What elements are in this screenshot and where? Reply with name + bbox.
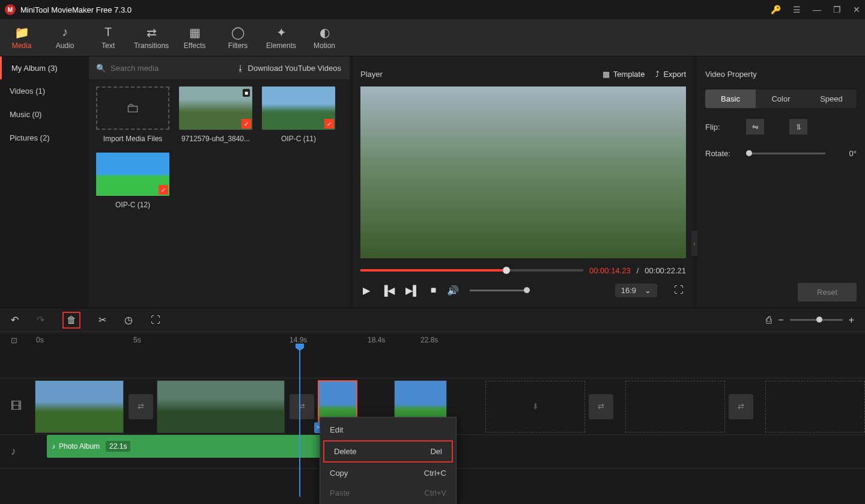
ctx-copy-shortcut: Ctrl+C xyxy=(424,469,446,478)
ctx-paste-shortcut: Ctrl+V xyxy=(425,488,446,497)
ctx-copy[interactable]: Copy Ctrl+C xyxy=(320,463,456,483)
template-button[interactable]: ▦ Template xyxy=(602,70,645,79)
template-label: Template xyxy=(613,70,645,79)
media-panel: My Album (3) 🔍 ⭳ Download YouTube Videos… xyxy=(0,56,350,308)
panel-collapse-handle[interactable]: › xyxy=(691,231,697,256)
chevron-down-icon: ⌄ xyxy=(645,286,651,295)
player-title: Player xyxy=(360,70,592,79)
media-item-label: 9712579-uhd_3840... xyxy=(181,135,250,143)
prop-tab-color[interactable]: Color xyxy=(756,90,806,108)
undo-icon[interactable]: ↶ xyxy=(11,314,19,326)
media-item[interactable]: ■ ✓ 9712579-uhd_3840... xyxy=(179,87,252,143)
aspect-ratio-select[interactable]: 16:9 ⌄ xyxy=(615,284,657,297)
empty-clip-slot[interactable] xyxy=(625,381,725,433)
tab-effects[interactable]: ▦ Effects xyxy=(173,21,216,55)
tab-filters[interactable]: ◯ Filters xyxy=(216,21,260,55)
flip-horizontal-button[interactable]: ⇋ xyxy=(746,119,764,135)
audio-clip-duration: 22.1s xyxy=(106,441,130,452)
empty-clip-slot[interactable]: ⬇ xyxy=(485,381,585,433)
minimize-icon[interactable]: — xyxy=(813,5,821,14)
zoom-out-icon[interactable]: − xyxy=(778,315,783,326)
transition-slot[interactable]: ⇄ xyxy=(290,394,314,419)
download-youtube-link[interactable]: ⭳ Download YouTube Videos xyxy=(237,64,350,73)
next-frame-icon[interactable]: ▶▌ xyxy=(405,285,419,296)
cat-videos[interactable]: Videos (1) xyxy=(0,79,89,103)
flip-h-icon: ⇋ xyxy=(752,123,759,132)
prop-tab-speed[interactable]: Speed xyxy=(806,90,857,108)
speed-icon[interactable]: ◷ xyxy=(124,314,133,326)
key-icon[interactable]: 🔑 xyxy=(771,5,781,14)
maximize-icon[interactable]: ❐ xyxy=(833,5,841,14)
zoom-in-icon[interactable]: + xyxy=(849,315,854,326)
media-item[interactable]: ✓ OIP-C (12) xyxy=(96,153,169,209)
tab-text[interactable]: T Text xyxy=(86,21,130,55)
hamburger-icon[interactable]: ☰ xyxy=(793,5,801,14)
export-button[interactable]: ⤴ Export xyxy=(655,70,686,79)
volume-icon[interactable]: 🔊 xyxy=(447,285,459,296)
empty-clip-slot[interactable] xyxy=(765,381,865,433)
tab-transitions[interactable]: ⇄ Transitions xyxy=(130,21,173,55)
ctx-edit[interactable]: Edit xyxy=(320,420,456,440)
reset-button[interactable]: Reset xyxy=(798,283,857,302)
tab-media[interactable]: 📁 Media xyxy=(0,21,43,55)
music-note-icon: ♪ xyxy=(62,26,68,39)
progress-slider[interactable] xyxy=(360,269,583,272)
timeline-ruler[interactable]: ⊡ 0s 5s 14.9s 18.4s 22.8s xyxy=(0,332,865,348)
prev-frame-icon[interactable]: ▐◀ xyxy=(381,285,395,296)
ruler-tick: 5s xyxy=(133,336,141,344)
folder-plus-icon: 🗀 xyxy=(126,100,139,116)
audio-clip-name: Photo Album xyxy=(59,442,100,451)
timeline-clip[interactable] xyxy=(35,380,124,433)
volume-slider[interactable] xyxy=(470,290,530,291)
transition-slot[interactable]: ⇄ xyxy=(589,394,613,419)
transition-slot[interactable]: ⇄ xyxy=(129,394,153,419)
flip-vertical-button[interactable]: ⥮ xyxy=(789,119,807,135)
play-icon[interactable]: ▶ xyxy=(363,285,370,296)
cat-pictures[interactable]: Pictures (2) xyxy=(0,126,89,150)
video-badge-icon: ■ xyxy=(243,89,250,97)
import-label: Import Media Files xyxy=(103,135,163,143)
tab-effects-label: Effects xyxy=(184,41,205,50)
media-grid: 🗀 Import Media Files ■ ✓ 9712579-uhd_384… xyxy=(89,79,350,308)
playhead[interactable] xyxy=(299,348,300,497)
elements-icon: ✦ xyxy=(276,26,287,39)
tab-elements-label: Elements xyxy=(266,41,296,50)
cat-music[interactable]: Music (0) xyxy=(0,103,89,126)
audio-track-icon: ♪ xyxy=(11,445,16,458)
rotate-slider[interactable] xyxy=(746,153,825,154)
timeline-clip[interactable] xyxy=(157,380,285,433)
tab-elements[interactable]: ✦ Elements xyxy=(260,21,303,55)
tab-audio[interactable]: ♪ Audio xyxy=(43,21,86,55)
ctx-delete[interactable]: Delete Del xyxy=(323,440,453,463)
album-categories: Videos (1) Music (0) Pictures (2) xyxy=(0,79,89,308)
ctx-paste: Paste Ctrl+V xyxy=(320,483,456,503)
ctx-edit-label: Edit xyxy=(330,425,343,434)
zoom-slider[interactable] xyxy=(790,319,843,321)
prop-tab-basic[interactable]: Basic xyxy=(705,90,756,108)
check-icon: ✓ xyxy=(324,119,334,129)
ruler-tick: 14.9s xyxy=(290,336,307,344)
fit-icon[interactable]: ⎙ xyxy=(766,315,772,326)
preview-viewport[interactable] xyxy=(360,87,686,258)
track-spacer xyxy=(0,348,865,378)
auto-fit-icon[interactable]: ⊡ xyxy=(11,336,17,345)
app-title: MiniTool MovieMaker Free 7.3.0 xyxy=(20,5,771,14)
folder-icon: 📁 xyxy=(14,26,29,39)
crop-icon[interactable]: ⛶ xyxy=(151,315,160,326)
fullscreen-icon[interactable]: ⛶ xyxy=(674,285,684,296)
close-icon[interactable]: ✕ xyxy=(853,5,860,14)
delete-button[interactable]: 🗑 xyxy=(62,312,80,329)
stop-icon[interactable]: ■ xyxy=(431,285,437,296)
split-icon[interactable]: ✂ xyxy=(99,314,106,326)
media-item[interactable]: ✓ OIP-C (11) xyxy=(262,87,335,143)
redo-icon[interactable]: ↷ xyxy=(37,314,44,326)
tab-audio-label: Audio xyxy=(56,41,74,50)
export-label: Export xyxy=(663,70,686,79)
tab-motion[interactable]: ◐ Motion xyxy=(303,21,346,55)
transition-slot[interactable]: ⇄ xyxy=(729,394,753,419)
search-input[interactable] xyxy=(111,64,229,73)
import-media-button[interactable]: 🗀 Import Media Files xyxy=(96,87,169,143)
album-tab-myalbum[interactable]: My Album (3) xyxy=(0,56,89,79)
aspect-value: 16:9 xyxy=(621,286,636,295)
property-title: Video Property xyxy=(705,62,857,86)
